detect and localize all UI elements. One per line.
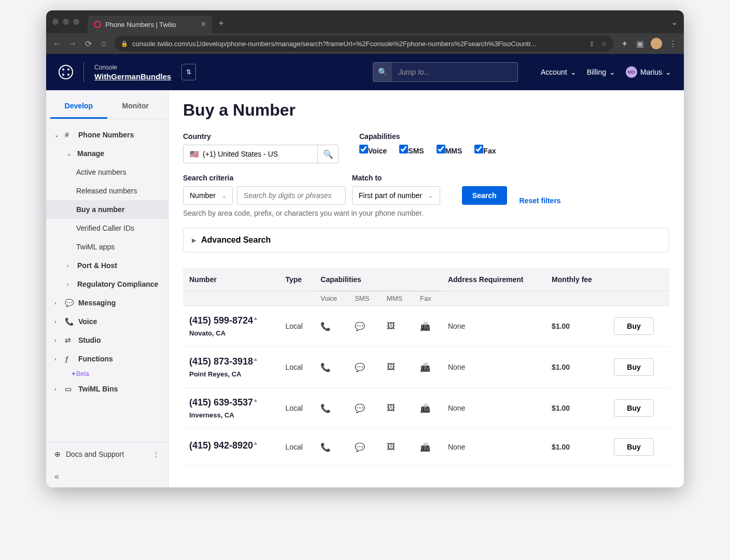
sms-icon: 💬 <box>348 306 381 347</box>
addr-cell: None <box>442 429 545 466</box>
sidebar-item-manage[interactable]: ⌄Manage <box>46 144 168 163</box>
sms-icon: 💬 <box>348 429 381 466</box>
jump-to-input[interactable]: Jump to... <box>392 63 517 81</box>
console-label: Console <box>94 64 171 71</box>
fee-cell: $1.00 <box>545 306 608 347</box>
sidebar-item-studio[interactable]: ›⇄Studio <box>46 331 168 349</box>
browser-tab-bar: Phone Numbers | Twilio × + ⌄ <box>46 10 684 33</box>
code-icon: ƒ <box>65 355 74 363</box>
addr-cell: None <box>442 347 545 388</box>
star-icon[interactable]: ☆ <box>601 40 607 48</box>
capabilities-label: Capabilities <box>359 132 496 141</box>
criteria-select[interactable]: Number⌄ <box>183 186 233 205</box>
sidebar-item-messaging[interactable]: ›💬Messaging <box>46 293 168 312</box>
share-icon[interactable]: ⇪ <box>589 40 595 48</box>
fax-icon: 📠 <box>414 306 442 347</box>
search-button[interactable]: Search <box>462 186 507 205</box>
search-icon[interactable]: 🔍 <box>373 63 392 81</box>
col-number: Number <box>183 268 279 291</box>
cap-voice[interactable]: Voice <box>359 145 387 155</box>
sidebar-item-released-numbers[interactable]: Released numbers <box>46 181 168 200</box>
twilio-logo-icon[interactable] <box>59 65 73 79</box>
country-label: Country <box>183 132 339 141</box>
account-switcher[interactable]: ⇅ <box>181 64 196 80</box>
cap-sms[interactable]: SMS <box>399 145 424 155</box>
table-row: (415) 639-3537▲Inverness, CA Local 📞 💬 🖼… <box>183 388 669 429</box>
close-tab-icon[interactable]: × <box>201 20 206 29</box>
buy-button[interactable]: Buy <box>614 399 653 417</box>
sidebar-item-voice[interactable]: ›📞Voice <box>46 312 168 331</box>
flag-icon: 🇺🇸 <box>190 150 199 158</box>
sidebar-item-twiml-bins[interactable]: ›▭TwiML Bins <box>46 380 168 398</box>
addr-cell: None <box>442 306 545 347</box>
phone-icon: 📞 <box>65 317 74 326</box>
advanced-search-toggle[interactable]: ▶ Advanced Search <box>183 228 669 253</box>
lock-icon: 🔒 <box>121 40 128 47</box>
docs-support[interactable]: ⊕ Docs and Support ⋮ <box>46 442 168 466</box>
account-name[interactable]: WithGermanBundles <box>94 72 171 81</box>
mms-icon: 🖼 <box>381 347 414 388</box>
cap-fax[interactable]: Fax <box>474 145 496 155</box>
chevron-down-icon[interactable]: ⌄ <box>671 17 678 27</box>
url-text: console.twilio.com/us1/develop/phone-num… <box>132 40 536 48</box>
back-icon[interactable]: ← <box>52 39 62 48</box>
sidebar-item-twiml-apps[interactable]: TwiML apps <box>46 237 168 256</box>
voice-icon: 📞 <box>314 388 348 429</box>
extensions-icon[interactable]: ✦ <box>620 39 629 48</box>
results-table: Number Type Capabilities Address Require… <box>183 268 669 466</box>
location: Point Reyes, CA <box>189 370 273 378</box>
kebab-icon[interactable]: ⋮ <box>152 450 160 458</box>
buy-button[interactable]: Buy <box>614 438 653 456</box>
browser-avatar[interactable] <box>651 38 662 49</box>
new-tab-button[interactable]: + <box>218 18 224 29</box>
sidebar-item-regulatory[interactable]: ›Regulatory Compliance <box>46 275 168 293</box>
sidebar-item-port-host[interactable]: ›Port & Host <box>46 256 168 275</box>
country-search-icon[interactable]: 🔍 <box>318 145 339 163</box>
tab-monitor[interactable]: Monitor <box>107 94 164 119</box>
type-cell: Local <box>279 429 314 466</box>
sidebar-item-phone-numbers[interactable]: ⌄#Phone Numbers <box>46 125 168 144</box>
tab-develop[interactable]: Develop <box>50 94 107 119</box>
buy-button[interactable]: Buy <box>614 317 653 335</box>
browser-tab[interactable]: Phone Numbers | Twilio × <box>88 16 212 33</box>
reset-filters-link[interactable]: Reset filters <box>520 197 561 205</box>
country-select[interactable]: 🇺🇸(+1) United States - US <box>183 145 318 163</box>
sidebar-item-verified-caller-ids[interactable]: Verified Caller IDs <box>46 219 168 237</box>
triangle-right-icon: ▶ <box>192 237 196 244</box>
billing-menu[interactable]: Billing⌄ <box>587 68 615 76</box>
sidebar: Develop Monitor ⌄#Phone Numbers ⌄Manage … <box>46 90 169 487</box>
sidepanel-icon[interactable]: ▣ <box>635 39 644 48</box>
voice-icon: 📞 <box>314 429 348 466</box>
sidebar-item-active-numbers[interactable]: Active numbers <box>46 163 168 181</box>
page-title: Buy a Number <box>183 101 669 120</box>
sidebar-item-buy-number[interactable]: Buy a number <box>46 200 168 219</box>
col-type: Type <box>279 268 314 291</box>
window-controls[interactable] <box>52 19 79 25</box>
home-icon[interactable]: ⌂ <box>99 39 108 48</box>
match-select[interactable]: First part of number⌄ <box>352 186 440 205</box>
reload-icon[interactable]: ⟳ <box>83 39 93 48</box>
col-fee: Monthly fee <box>545 268 608 291</box>
account-menu[interactable]: Account⌄ <box>541 68 577 76</box>
col-capabilities: Capabilities <box>314 268 442 291</box>
user-menu[interactable]: MO Marius⌄ <box>626 66 671 78</box>
url-bar[interactable]: 🔒 console.twilio.com/us1/develop/phone-n… <box>115 36 613 51</box>
menu-icon[interactable]: ⋮ <box>668 39 678 48</box>
sidebar-item-functions[interactable]: ›ƒFunctions <box>46 349 168 368</box>
location: Inverness, CA <box>189 411 273 419</box>
twilio-favicon <box>94 21 101 28</box>
phone-number: (415) 942-8920▲ <box>189 440 273 451</box>
flow-icon: ⇄ <box>65 336 74 344</box>
col-addr: Address Requirement <box>442 268 545 291</box>
cap-mms[interactable]: MMS <box>437 145 462 155</box>
type-cell: Local <box>279 306 314 347</box>
main-content: Buy a Number Country 🇺🇸(+1) United State… <box>169 90 684 487</box>
buy-button[interactable]: Buy <box>614 358 653 376</box>
beta-badge: ✦Beta <box>71 368 168 380</box>
tab-title: Phone Numbers | Twilio <box>105 21 176 29</box>
fax-icon: 📠 <box>414 347 442 388</box>
collapse-sidebar[interactable]: « <box>46 466 168 487</box>
forward-icon[interactable]: → <box>68 39 77 48</box>
phone-number: (415) 639-3537▲ <box>189 397 273 408</box>
digits-input[interactable] <box>237 186 346 205</box>
